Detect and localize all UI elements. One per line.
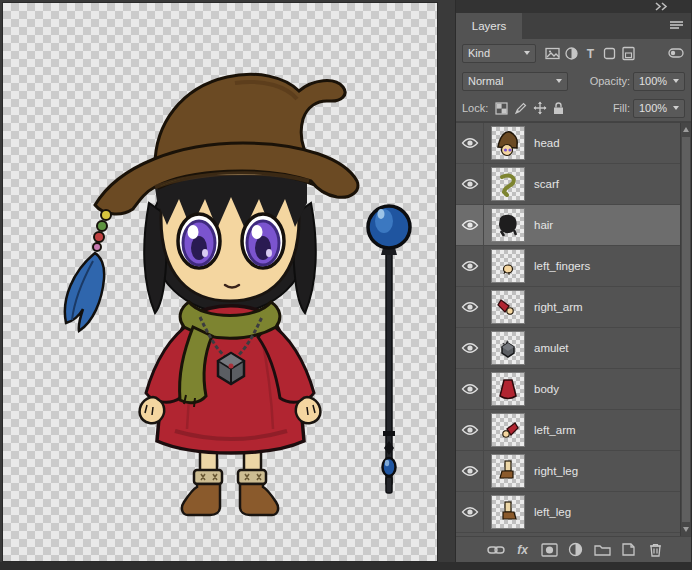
eye-icon bbox=[461, 137, 479, 149]
lock-transparent-pixels-icon[interactable] bbox=[492, 99, 511, 118]
layers-panel: Layers Kind bbox=[455, 0, 692, 562]
eye-icon bbox=[461, 465, 479, 477]
layer-thumbnail[interactable] bbox=[491, 413, 525, 447]
layer-name: scarf bbox=[534, 178, 559, 190]
collapse-to-icons-icon[interactable] bbox=[655, 2, 669, 11]
adjustment-layer-filter-icon[interactable] bbox=[562, 44, 581, 63]
lock-image-pixels-icon[interactable] bbox=[511, 99, 530, 118]
tab-layers[interactable]: Layers bbox=[456, 13, 522, 39]
layer-row-left-arm[interactable]: left_arm bbox=[456, 410, 680, 451]
blend-mode-value: Normal bbox=[468, 75, 503, 87]
chevron-down-icon bbox=[673, 79, 679, 83]
eye-icon bbox=[461, 342, 479, 354]
pixel-layer-filter-icon[interactable] bbox=[543, 44, 562, 63]
visibility-toggle[interactable] bbox=[456, 369, 484, 409]
layer-name: right_leg bbox=[534, 465, 578, 477]
chevron-down-icon bbox=[524, 51, 530, 55]
layer-thumbnail[interactable] bbox=[491, 372, 525, 406]
opacity-dropdown[interactable]: 100% bbox=[633, 72, 685, 91]
layer-row-left-leg[interactable]: left_leg bbox=[456, 492, 680, 533]
eye-icon bbox=[461, 260, 479, 272]
eye-icon bbox=[461, 219, 479, 231]
scroll-down-icon[interactable] bbox=[683, 527, 689, 532]
visibility-toggle[interactable] bbox=[456, 123, 484, 163]
eye-icon bbox=[461, 383, 479, 395]
chevron-down-icon bbox=[673, 106, 679, 110]
layers-footer-toolbar: fx bbox=[456, 536, 691, 562]
document-canvas[interactable] bbox=[2, 2, 438, 562]
layer-row-amulet[interactable]: amulet bbox=[456, 328, 680, 369]
visibility-toggle[interactable] bbox=[456, 410, 484, 450]
layer-thumbnail[interactable] bbox=[491, 454, 525, 488]
new-layer-icon[interactable] bbox=[619, 540, 639, 560]
scrollbar-thumb[interactable] bbox=[682, 137, 690, 522]
fill-value: 100% bbox=[639, 102, 667, 114]
visibility-toggle[interactable] bbox=[456, 164, 484, 204]
layer-style-icon[interactable]: fx bbox=[513, 540, 533, 560]
layer-name: left_fingers bbox=[534, 260, 590, 272]
layer-thumbnail[interactable] bbox=[491, 208, 525, 242]
lock-row: Lock: bbox=[456, 95, 691, 122]
layer-filter-toggle-icon[interactable] bbox=[666, 44, 685, 63]
layer-list-scrollbar[interactable] bbox=[680, 123, 691, 536]
layer-name: body bbox=[534, 383, 559, 395]
character-artwork bbox=[3, 3, 439, 563]
window-bottom-edge bbox=[0, 562, 692, 570]
tab-bar-spacer bbox=[522, 13, 661, 39]
eye-icon bbox=[461, 506, 479, 518]
opacity-label: Opacity: bbox=[590, 75, 630, 87]
svg-text:T: T bbox=[587, 46, 595, 60]
type-layer-filter-icon[interactable]: T bbox=[581, 44, 600, 63]
delete-layer-icon[interactable] bbox=[645, 540, 665, 560]
lock-label: Lock: bbox=[462, 102, 488, 114]
layer-name: right_arm bbox=[534, 301, 583, 313]
visibility-toggle[interactable] bbox=[456, 328, 484, 368]
panel-menu-icon[interactable] bbox=[661, 13, 691, 39]
link-layers-icon[interactable] bbox=[486, 540, 506, 560]
add-layer-mask-icon[interactable] bbox=[539, 540, 559, 560]
layer-name: left_arm bbox=[534, 424, 576, 436]
visibility-toggle[interactable] bbox=[456, 287, 484, 327]
visibility-toggle[interactable] bbox=[456, 205, 484, 245]
photoshop-window: Layers Kind bbox=[0, 0, 692, 570]
kind-filter-value: Kind bbox=[468, 47, 490, 59]
eye-icon bbox=[461, 178, 479, 190]
shape-layer-filter-icon[interactable] bbox=[600, 44, 619, 63]
visibility-toggle[interactable] bbox=[456, 492, 484, 532]
smart-object-filter-icon[interactable] bbox=[619, 44, 638, 63]
fill-dropdown[interactable]: 100% bbox=[633, 99, 685, 118]
character-art bbox=[65, 74, 358, 515]
layer-list: head scarf bbox=[456, 122, 691, 536]
lock-all-icon[interactable] bbox=[549, 99, 568, 118]
layer-name: amulet bbox=[534, 342, 569, 354]
layer-row-left-fingers[interactable]: left_fingers bbox=[456, 246, 680, 287]
layer-row-scarf[interactable]: scarf bbox=[456, 164, 680, 205]
staff-art bbox=[368, 206, 410, 493]
layer-row-right-arm[interactable]: right_arm bbox=[456, 287, 680, 328]
layer-row-hair[interactable]: hair bbox=[456, 205, 680, 246]
layer-filter-row: Kind T bbox=[456, 39, 691, 67]
fill-label: Fill: bbox=[613, 102, 630, 114]
layer-thumbnail[interactable] bbox=[491, 126, 525, 160]
layer-name: head bbox=[534, 137, 560, 149]
new-group-icon[interactable] bbox=[592, 540, 612, 560]
layer-thumbnail[interactable] bbox=[491, 167, 525, 201]
new-adjustment-layer-icon[interactable] bbox=[566, 540, 586, 560]
layer-thumbnail[interactable] bbox=[491, 290, 525, 324]
visibility-toggle[interactable] bbox=[456, 246, 484, 286]
layer-row-right-leg[interactable]: right_leg bbox=[456, 451, 680, 492]
kind-filter-dropdown[interactable]: Kind bbox=[462, 44, 536, 63]
scroll-up-icon[interactable] bbox=[683, 127, 689, 132]
panel-tab-bar: Layers bbox=[456, 13, 691, 39]
panel-header-bar bbox=[456, 0, 691, 13]
lock-position-icon[interactable] bbox=[530, 99, 549, 118]
layer-thumbnail[interactable] bbox=[491, 495, 525, 529]
layer-thumbnail[interactable] bbox=[491, 331, 525, 365]
layer-row-body[interactable]: body bbox=[456, 369, 680, 410]
tab-layers-label: Layers bbox=[472, 20, 507, 32]
eye-icon bbox=[461, 424, 479, 436]
blend-mode-dropdown[interactable]: Normal bbox=[462, 72, 568, 91]
layer-row-head[interactable]: head bbox=[456, 123, 680, 164]
layer-thumbnail[interactable] bbox=[491, 249, 525, 283]
visibility-toggle[interactable] bbox=[456, 451, 484, 491]
